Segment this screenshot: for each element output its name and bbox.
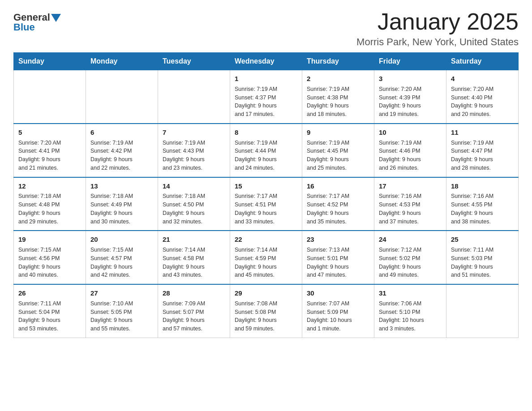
day-info: Sunrise: 7:17 AMSunset: 4:51 PMDaylight:…	[235, 192, 297, 226]
weekday-header-row: SundayMondayTuesdayWednesdayThursdayFrid…	[14, 53, 519, 70]
day-info: Sunrise: 7:12 AMSunset: 5:02 PMDaylight:…	[379, 246, 442, 279]
calendar-title: January 2025	[356, 9, 519, 34]
calendar-table: SundayMondayTuesdayWednesdayThursdayFrid…	[13, 52, 519, 338]
week-row-4: 19Sunrise: 7:15 AMSunset: 4:56 PMDayligh…	[14, 231, 519, 284]
day-number: 23	[307, 235, 369, 244]
day-cell-9: 9Sunrise: 7:19 AMSunset: 4:45 PMDaylight…	[302, 124, 374, 177]
day-number: 6	[90, 128, 153, 137]
day-info: Sunrise: 7:18 AMSunset: 4:50 PMDaylight:…	[163, 192, 225, 226]
day-number: 17	[379, 181, 442, 191]
day-info: Sunrise: 7:19 AMSunset: 4:44 PMDaylight:…	[235, 139, 297, 172]
weekday-header-saturday: Saturday	[446, 53, 519, 70]
day-number: 13	[90, 181, 153, 191]
day-info: Sunrise: 7:18 AMSunset: 4:49 PMDaylight:…	[90, 192, 153, 226]
day-info: Sunrise: 7:11 AMSunset: 5:03 PMDaylight:…	[451, 246, 514, 279]
day-cell-21: 21Sunrise: 7:14 AMSunset: 4:58 PMDayligh…	[158, 231, 230, 284]
weekday-header-sunday: Sunday	[14, 53, 86, 70]
day-info: Sunrise: 7:08 AMSunset: 5:08 PMDaylight:…	[235, 300, 297, 333]
weekday-header-friday: Friday	[374, 53, 446, 70]
day-number: 26	[18, 288, 81, 298]
week-row-1: 1Sunrise: 7:19 AMSunset: 4:37 PMDaylight…	[14, 70, 519, 124]
day-cell-16: 16Sunrise: 7:17 AMSunset: 4:52 PMDayligh…	[302, 177, 374, 231]
day-number: 22	[235, 235, 297, 244]
day-cell-30: 30Sunrise: 7:07 AMSunset: 5:09 PMDayligh…	[302, 284, 374, 338]
day-info: Sunrise: 7:14 AMSunset: 4:58 PMDaylight:…	[163, 246, 225, 279]
day-number: 21	[163, 235, 225, 244]
day-info: Sunrise: 7:19 AMSunset: 4:37 PMDaylight:…	[235, 85, 297, 119]
day-number: 14	[163, 181, 225, 191]
day-info: Sunrise: 7:16 AMSunset: 4:55 PMDaylight:…	[451, 192, 514, 226]
logo-blue-text: Blue	[13, 22, 61, 32]
day-cell-25: 25Sunrise: 7:11 AMSunset: 5:03 PMDayligh…	[446, 231, 519, 284]
day-number: 3	[379, 74, 442, 84]
logo: General Blue	[13, 13, 61, 32]
day-info: Sunrise: 7:06 AMSunset: 5:10 PMDaylight:…	[379, 300, 442, 333]
day-cell-1: 1Sunrise: 7:19 AMSunset: 4:37 PMDaylight…	[230, 70, 302, 124]
week-row-2: 5Sunrise: 7:20 AMSunset: 4:41 PMDaylight…	[14, 124, 519, 177]
day-info: Sunrise: 7:19 AMSunset: 4:45 PMDaylight:…	[307, 139, 369, 172]
day-info: Sunrise: 7:07 AMSunset: 5:09 PMDaylight:…	[307, 300, 369, 333]
day-cell-22: 22Sunrise: 7:14 AMSunset: 4:59 PMDayligh…	[230, 231, 302, 284]
day-cell-2: 2Sunrise: 7:19 AMSunset: 4:38 PMDaylight…	[302, 70, 374, 124]
weekday-header-monday: Monday	[86, 53, 158, 70]
empty-cell	[14, 70, 86, 124]
day-info: Sunrise: 7:20 AMSunset: 4:41 PMDaylight:…	[18, 139, 81, 172]
empty-cell	[446, 284, 519, 338]
day-cell-13: 13Sunrise: 7:18 AMSunset: 4:49 PMDayligh…	[86, 177, 158, 231]
day-number: 18	[451, 181, 514, 191]
day-number: 31	[379, 288, 442, 298]
day-cell-18: 18Sunrise: 7:16 AMSunset: 4:55 PMDayligh…	[446, 177, 519, 231]
day-number: 29	[235, 288, 297, 298]
day-cell-12: 12Sunrise: 7:18 AMSunset: 4:48 PMDayligh…	[14, 177, 86, 231]
day-info: Sunrise: 7:15 AMSunset: 4:57 PMDaylight:…	[90, 246, 153, 279]
day-number: 1	[235, 74, 297, 84]
day-cell-14: 14Sunrise: 7:18 AMSunset: 4:50 PMDayligh…	[158, 177, 230, 231]
day-info: Sunrise: 7:19 AMSunset: 4:46 PMDaylight:…	[379, 139, 442, 172]
day-info: Sunrise: 7:11 AMSunset: 5:04 PMDaylight:…	[18, 300, 81, 333]
day-cell-26: 26Sunrise: 7:11 AMSunset: 5:04 PMDayligh…	[14, 284, 86, 338]
day-info: Sunrise: 7:18 AMSunset: 4:48 PMDaylight:…	[18, 192, 81, 226]
day-info: Sunrise: 7:19 AMSunset: 4:42 PMDaylight:…	[90, 139, 153, 172]
empty-cell	[86, 70, 158, 124]
day-number: 15	[235, 181, 297, 191]
day-number: 19	[18, 235, 81, 244]
day-cell-24: 24Sunrise: 7:12 AMSunset: 5:02 PMDayligh…	[374, 231, 446, 284]
day-cell-15: 15Sunrise: 7:17 AMSunset: 4:51 PMDayligh…	[230, 177, 302, 231]
day-info: Sunrise: 7:17 AMSunset: 4:52 PMDaylight:…	[307, 192, 369, 226]
day-number: 27	[90, 288, 153, 298]
day-number: 4	[451, 74, 514, 84]
day-info: Sunrise: 7:16 AMSunset: 4:53 PMDaylight:…	[379, 192, 442, 226]
day-info: Sunrise: 7:20 AMSunset: 4:39 PMDaylight:…	[379, 85, 442, 119]
day-info: Sunrise: 7:13 AMSunset: 5:01 PMDaylight:…	[307, 246, 369, 279]
day-cell-8: 8Sunrise: 7:19 AMSunset: 4:44 PMDaylight…	[230, 124, 302, 177]
logo-triangle-icon	[51, 14, 61, 22]
day-cell-7: 7Sunrise: 7:19 AMSunset: 4:43 PMDaylight…	[158, 124, 230, 177]
logo-general-text: General	[13, 13, 50, 22]
day-info: Sunrise: 7:19 AMSunset: 4:43 PMDaylight:…	[163, 139, 225, 172]
day-cell-6: 6Sunrise: 7:19 AMSunset: 4:42 PMDaylight…	[86, 124, 158, 177]
day-cell-31: 31Sunrise: 7:06 AMSunset: 5:10 PMDayligh…	[374, 284, 446, 338]
weekday-header-tuesday: Tuesday	[158, 53, 230, 70]
day-number: 5	[18, 128, 81, 137]
day-number: 25	[451, 235, 514, 244]
day-number: 16	[307, 181, 369, 191]
calendar-subtitle: Morris Park, New York, United States	[356, 36, 519, 48]
day-number: 7	[163, 128, 225, 137]
day-cell-4: 4Sunrise: 7:20 AMSunset: 4:40 PMDaylight…	[446, 70, 519, 124]
title-area: January 2025 Morris Park, New York, Unit…	[356, 9, 519, 48]
day-number: 12	[18, 181, 81, 191]
day-info: Sunrise: 7:10 AMSunset: 5:05 PMDaylight:…	[90, 300, 153, 333]
day-cell-20: 20Sunrise: 7:15 AMSunset: 4:57 PMDayligh…	[86, 231, 158, 284]
day-info: Sunrise: 7:15 AMSunset: 4:56 PMDaylight:…	[18, 246, 81, 279]
day-number: 20	[90, 235, 153, 244]
day-cell-27: 27Sunrise: 7:10 AMSunset: 5:05 PMDayligh…	[86, 284, 158, 338]
day-number: 8	[235, 128, 297, 137]
day-cell-28: 28Sunrise: 7:09 AMSunset: 5:07 PMDayligh…	[158, 284, 230, 338]
day-info: Sunrise: 7:20 AMSunset: 4:40 PMDaylight:…	[451, 85, 514, 119]
day-cell-10: 10Sunrise: 7:19 AMSunset: 4:46 PMDayligh…	[374, 124, 446, 177]
day-number: 10	[379, 128, 442, 137]
day-cell-5: 5Sunrise: 7:20 AMSunset: 4:41 PMDaylight…	[14, 124, 86, 177]
day-info: Sunrise: 7:19 AMSunset: 4:47 PMDaylight:…	[451, 139, 514, 172]
week-row-3: 12Sunrise: 7:18 AMSunset: 4:48 PMDayligh…	[14, 177, 519, 231]
day-number: 28	[163, 288, 225, 298]
